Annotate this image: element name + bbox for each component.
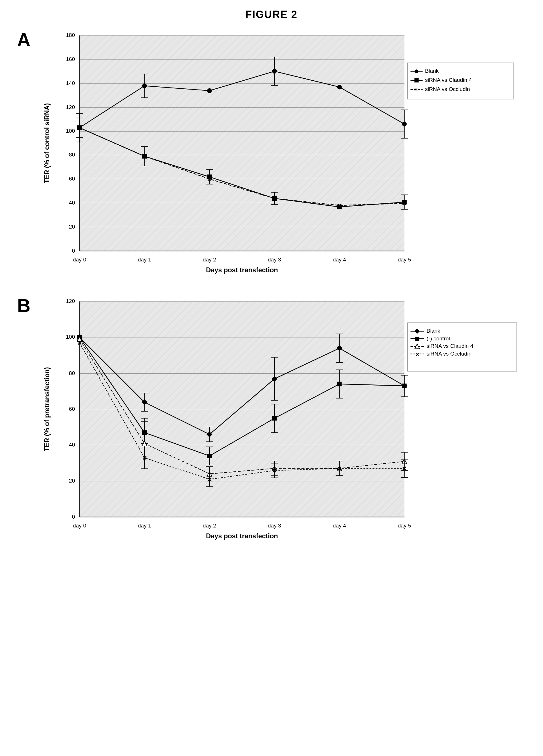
xtick-day0: day 0 <box>73 257 86 263</box>
marker-neg-2 <box>207 454 212 458</box>
ytick-b-40: 40 <box>69 442 75 448</box>
ytick-80: 80 <box>69 152 75 158</box>
xtick-day2: day 2 <box>203 257 216 263</box>
marker-neg-3 <box>272 416 277 420</box>
y-axis-label-b: TER (% of pretransfection) <box>43 367 51 451</box>
ytick-180: 180 <box>66 32 75 38</box>
legend-b-blank-label: Blank <box>427 328 440 334</box>
ytick-b-120: 120 <box>66 298 75 304</box>
x-axis-label-a: Days post transfection <box>206 266 278 274</box>
chart-a-bg <box>80 35 405 251</box>
legend-b-occ-marker: ✕ <box>415 352 419 358</box>
xtick-day3: day 3 <box>268 257 281 263</box>
xtick-b-day0: day 0 <box>73 523 86 529</box>
ytick-100: 100 <box>66 128 75 134</box>
marker-occ-3: ✕ <box>272 195 277 202</box>
marker-bocc-2: ✕ <box>207 476 212 483</box>
legend-b-c4-label: siRNA vs Claudin 4 <box>427 343 473 349</box>
ytick-b-20: 20 <box>69 478 75 484</box>
legend-a-c4-label: siRNA vs Claudin 4 <box>425 77 472 83</box>
xtick-day1: day 1 <box>138 257 151 263</box>
legend-a-c4-marker <box>415 78 419 82</box>
xtick-b-day3: day 3 <box>268 523 281 529</box>
marker-blank-4 <box>337 85 342 89</box>
legend-b-neg-marker <box>415 337 419 341</box>
ytick-0: 0 <box>72 248 75 254</box>
marker-occ-4: ✕ <box>337 203 342 209</box>
marker-blank-3 <box>272 69 277 74</box>
marker-bocc-3: ✕ <box>272 468 277 474</box>
ytick-120: 120 <box>66 104 75 110</box>
xtick-day4: day 4 <box>333 257 346 263</box>
legend-a-occ-label: siRNA vs Occludin <box>425 86 470 92</box>
y-axis-label-a: TER (% of control siRNA) <box>43 103 51 183</box>
ytick-160: 160 <box>66 56 75 62</box>
ytick-60: 60 <box>69 176 75 182</box>
xtick-day5: day 5 <box>398 257 411 263</box>
marker-occ-1: ✕ <box>142 153 147 160</box>
chart-a: 180 160 140 120 100 80 60 40 20 <box>40 26 526 275</box>
legend-b-neg-label: (-) control <box>427 336 450 342</box>
marker-neg-5 <box>402 384 407 388</box>
panel-a: A 180 160 <box>17 26 526 275</box>
marker-blank-2 <box>207 89 212 93</box>
panel-a-label: A <box>17 29 34 50</box>
marker-bocc-0: ✕ <box>77 340 82 346</box>
figure-title: FIGURE 2 <box>245 9 298 21</box>
xtick-b-day5: day 5 <box>398 523 411 529</box>
chart-b-container: 120 100 80 60 40 20 0 day 0 day <box>40 292 526 541</box>
marker-bocc-1: ✕ <box>142 455 147 461</box>
ytick-b-100: 100 <box>66 334 75 340</box>
marker-bocc-4: ✕ <box>337 465 342 472</box>
legend-a-occ-marker: ✕ <box>414 87 418 92</box>
ytick-b-80: 80 <box>69 370 75 376</box>
chart-a-container: 180 160 140 120 100 80 60 40 20 <box>40 26 526 275</box>
legend-a-blank-marker <box>415 70 419 73</box>
marker-bocc-5: ✕ <box>402 465 407 472</box>
panel-b: B 120 100 80 <box>17 292 526 541</box>
marker-occ-5: ✕ <box>402 200 407 207</box>
marker-blank-1 <box>142 84 147 88</box>
panel-b-label: B <box>17 295 34 316</box>
legend-b-occ-label: siRNA vs Occludin <box>427 351 471 357</box>
xtick-b-day4: day 4 <box>333 523 346 529</box>
xtick-b-day1: day 1 <box>138 523 151 529</box>
ytick-b-60: 60 <box>69 406 75 412</box>
chart-b: 120 100 80 60 40 20 0 day 0 day <box>40 292 526 541</box>
marker-blank-5 <box>402 122 407 126</box>
ytick-140: 140 <box>66 80 75 86</box>
xtick-b-day2: day 2 <box>203 523 216 529</box>
ytick-20: 20 <box>69 224 75 230</box>
marker-occ-0: ✕ <box>77 125 82 131</box>
ytick-b-0: 0 <box>72 514 75 520</box>
ytick-40: 40 <box>69 200 75 206</box>
marker-occ-2: ✕ <box>207 176 212 182</box>
x-axis-label-b: Days post transfection <box>206 532 278 540</box>
legend-a-blank-label: Blank <box>425 68 439 74</box>
marker-neg-4 <box>337 382 342 386</box>
